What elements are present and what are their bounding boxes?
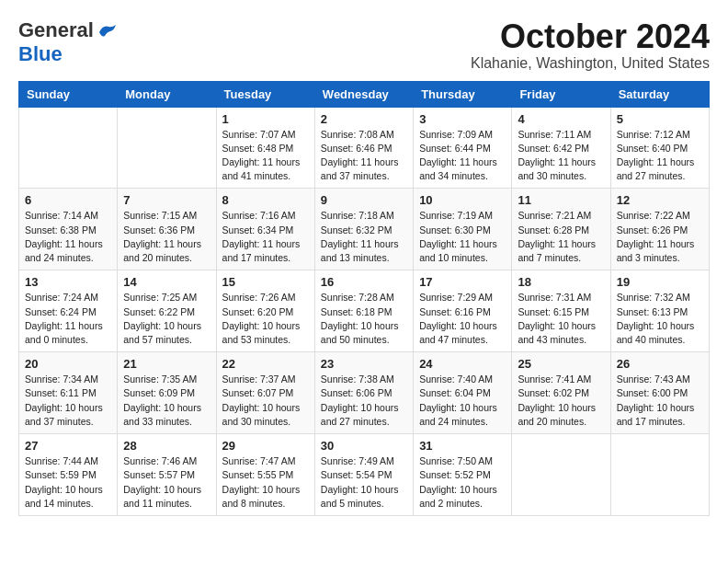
day-number: 28 [123,439,210,453]
col-saturday: Saturday [610,81,709,107]
day-info: Sunrise: 7:19 AM Sunset: 6:30 PM Dayligh… [419,209,506,265]
logo-general: General [18,18,94,42]
day-number: 13 [25,275,111,289]
table-row: 16Sunrise: 7:28 AM Sunset: 6:18 PM Dayli… [314,270,413,352]
day-number: 25 [518,357,604,371]
day-info: Sunrise: 7:18 AM Sunset: 6:32 PM Dayligh… [321,209,407,265]
table-row [610,434,709,516]
day-number: 18 [518,275,604,289]
day-info: Sunrise: 7:28 AM Sunset: 6:18 PM Dayligh… [321,291,407,347]
day-number: 20 [25,357,111,371]
day-info: Sunrise: 7:46 AM Sunset: 5:57 PM Dayligh… [123,454,210,511]
day-number: 30 [321,439,407,453]
calendar-header-row: Sunday Monday Tuesday Wednesday Thursday… [19,81,710,107]
day-info: Sunrise: 7:22 AM Sunset: 6:26 PM Dayligh… [617,209,703,265]
day-info: Sunrise: 7:07 AM Sunset: 6:48 PM Dayligh… [222,128,309,184]
table-row: 26Sunrise: 7:43 AM Sunset: 6:00 PM Dayli… [610,352,709,434]
day-number: 15 [222,275,309,289]
calendar-subtitle: Klahanie, Washington, United States [471,55,710,72]
day-number: 24 [419,357,506,371]
logo: General Blue [18,18,118,66]
table-row: 13Sunrise: 7:24 AM Sunset: 6:24 PM Dayli… [19,270,118,352]
table-row: 6Sunrise: 7:14 AM Sunset: 6:38 PM Daylig… [19,189,118,270]
day-info: Sunrise: 7:11 AM Sunset: 6:42 PM Dayligh… [518,128,604,184]
day-info: Sunrise: 7:31 AM Sunset: 6:15 PM Dayligh… [518,291,604,347]
table-row [118,107,216,189]
day-number: 3 [419,112,506,126]
table-row: 15Sunrise: 7:26 AM Sunset: 6:20 PM Dayli… [216,270,314,352]
day-info: Sunrise: 7:41 AM Sunset: 6:02 PM Dayligh… [518,373,604,429]
calendar-table: Sunday Monday Tuesday Wednesday Thursday… [18,81,710,516]
table-row: 4Sunrise: 7:11 AM Sunset: 6:42 PM Daylig… [512,107,610,189]
day-number: 22 [222,357,309,371]
day-info: Sunrise: 7:43 AM Sunset: 6:00 PM Dayligh… [617,373,703,429]
day-number: 27 [25,439,111,453]
table-row: 2Sunrise: 7:08 AM Sunset: 6:46 PM Daylig… [314,107,413,189]
day-info: Sunrise: 7:15 AM Sunset: 6:36 PM Dayligh… [123,209,210,265]
day-number: 14 [123,275,210,289]
table-row: 28Sunrise: 7:46 AM Sunset: 5:57 PM Dayli… [118,434,216,516]
col-monday: Monday [118,81,216,107]
day-info: Sunrise: 7:44 AM Sunset: 5:59 PM Dayligh… [25,454,111,511]
calendar-week-row: 20Sunrise: 7:34 AM Sunset: 6:11 PM Dayli… [19,352,710,434]
day-info: Sunrise: 7:16 AM Sunset: 6:34 PM Dayligh… [222,209,309,265]
day-number: 29 [222,439,309,453]
table-row: 5Sunrise: 7:12 AM Sunset: 6:40 PM Daylig… [610,107,709,189]
table-row: 21Sunrise: 7:35 AM Sunset: 6:09 PM Dayli… [118,352,216,434]
day-info: Sunrise: 7:25 AM Sunset: 6:22 PM Dayligh… [123,291,210,347]
day-info: Sunrise: 7:29 AM Sunset: 6:16 PM Dayligh… [419,291,506,347]
table-row: 31Sunrise: 7:50 AM Sunset: 5:52 PM Dayli… [414,434,512,516]
col-wednesday: Wednesday [314,81,413,107]
day-number: 12 [617,193,703,207]
table-row: 27Sunrise: 7:44 AM Sunset: 5:59 PM Dayli… [19,434,118,516]
title-block: October 2024 Klahanie, Washington, Unite… [471,18,710,72]
day-info: Sunrise: 7:35 AM Sunset: 6:09 PM Dayligh… [123,373,210,429]
calendar-week-row: 13Sunrise: 7:24 AM Sunset: 6:24 PM Dayli… [19,270,710,352]
table-row: 18Sunrise: 7:31 AM Sunset: 6:15 PM Dayli… [512,270,610,352]
day-info: Sunrise: 7:47 AM Sunset: 5:55 PM Dayligh… [222,454,309,511]
table-row: 12Sunrise: 7:22 AM Sunset: 6:26 PM Dayli… [610,189,709,270]
day-number: 31 [419,439,506,453]
table-row: 20Sunrise: 7:34 AM Sunset: 6:11 PM Dayli… [19,352,118,434]
calendar-week-row: 27Sunrise: 7:44 AM Sunset: 5:59 PM Dayli… [19,434,710,516]
day-number: 2 [321,112,407,126]
col-thursday: Thursday [414,81,512,107]
day-number: 8 [222,193,309,207]
day-number: 19 [617,275,703,289]
day-number: 17 [419,275,506,289]
table-row [19,107,118,189]
table-row: 7Sunrise: 7:15 AM Sunset: 6:36 PM Daylig… [118,189,216,270]
day-info: Sunrise: 7:32 AM Sunset: 6:13 PM Dayligh… [617,291,703,347]
table-row: 10Sunrise: 7:19 AM Sunset: 6:30 PM Dayli… [414,189,512,270]
day-info: Sunrise: 7:14 AM Sunset: 6:38 PM Dayligh… [25,209,111,265]
day-info: Sunrise: 7:09 AM Sunset: 6:44 PM Dayligh… [419,128,506,184]
col-sunday: Sunday [19,81,118,107]
day-number: 4 [518,112,604,126]
table-row: 8Sunrise: 7:16 AM Sunset: 6:34 PM Daylig… [216,189,314,270]
table-row: 25Sunrise: 7:41 AM Sunset: 6:02 PM Dayli… [512,352,610,434]
day-info: Sunrise: 7:49 AM Sunset: 5:54 PM Dayligh… [321,454,407,511]
calendar-title: October 2024 [471,18,710,55]
table-row: 19Sunrise: 7:32 AM Sunset: 6:13 PM Dayli… [610,270,709,352]
day-info: Sunrise: 7:26 AM Sunset: 6:20 PM Dayligh… [222,291,309,347]
col-friday: Friday [512,81,610,107]
page-header: General Blue October 2024 Klahanie, Wash… [18,18,710,72]
table-row: 30Sunrise: 7:49 AM Sunset: 5:54 PM Dayli… [314,434,413,516]
day-info: Sunrise: 7:50 AM Sunset: 5:52 PM Dayligh… [419,454,506,511]
day-number: 9 [321,193,407,207]
table-row: 29Sunrise: 7:47 AM Sunset: 5:55 PM Dayli… [216,434,314,516]
day-info: Sunrise: 7:08 AM Sunset: 6:46 PM Dayligh… [321,128,407,184]
table-row: 11Sunrise: 7:21 AM Sunset: 6:28 PM Dayli… [512,189,610,270]
day-number: 10 [419,193,506,207]
calendar-week-row: 6Sunrise: 7:14 AM Sunset: 6:38 PM Daylig… [19,189,710,270]
logo-bird-icon [97,23,118,40]
day-number: 16 [321,275,407,289]
day-info: Sunrise: 7:40 AM Sunset: 6:04 PM Dayligh… [419,373,506,429]
day-info: Sunrise: 7:12 AM Sunset: 6:40 PM Dayligh… [617,128,703,184]
table-row [512,434,610,516]
day-number: 7 [123,193,210,207]
table-row: 23Sunrise: 7:38 AM Sunset: 6:06 PM Dayli… [314,352,413,434]
table-row: 14Sunrise: 7:25 AM Sunset: 6:22 PM Dayli… [118,270,216,352]
day-info: Sunrise: 7:34 AM Sunset: 6:11 PM Dayligh… [25,373,111,429]
day-info: Sunrise: 7:21 AM Sunset: 6:28 PM Dayligh… [518,209,604,265]
